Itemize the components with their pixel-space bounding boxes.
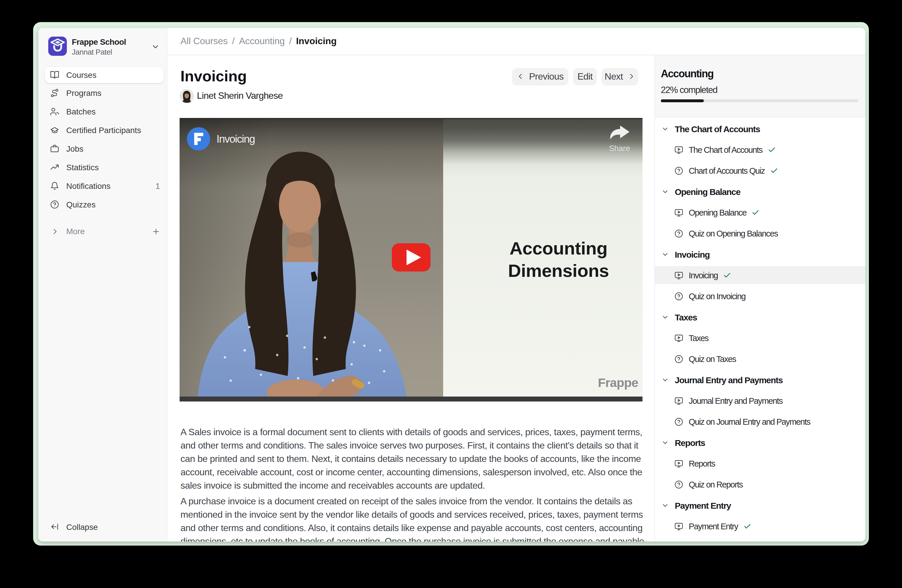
svg-text:Accounting: Accounting [510, 238, 608, 258]
svg-text:Invoicing: Invoicing [217, 133, 255, 145]
svg-text:Frappe: Frappe [598, 375, 639, 389]
svg-text:Share: Share [609, 144, 630, 153]
svg-text:Dimensions: Dimensions [508, 261, 609, 281]
